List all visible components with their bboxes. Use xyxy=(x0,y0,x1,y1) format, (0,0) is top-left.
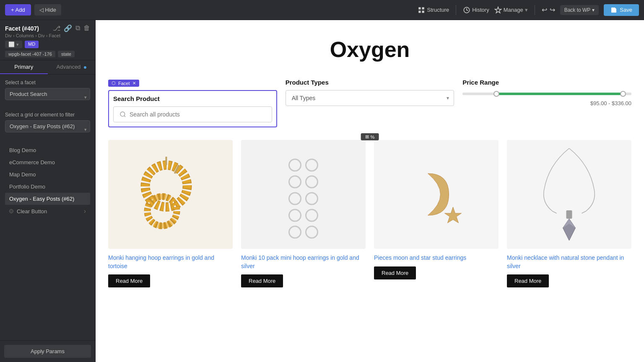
manage-chevron-icon: ▾ xyxy=(525,7,528,13)
save-button[interactable]: Save xyxy=(604,4,639,16)
grid-field-label: Select a grid or element to filter xyxy=(5,112,90,118)
nav-item-map[interactable]: Map Demo xyxy=(5,168,90,181)
svg-point-22 xyxy=(306,226,318,238)
range-thumb-left[interactable] xyxy=(493,91,499,97)
product-types-select[interactable]: All Types xyxy=(286,90,454,106)
facet-tag-close-icon[interactable]: ✕ xyxy=(132,81,136,85)
sidebar-link-icon[interactable]: 🔗 xyxy=(64,24,72,32)
top-bar-right: Structure History Manage ▾ ↩ ↪ Back to W… xyxy=(418,4,639,16)
product-card-3: Pieces moon and star stud earrings Read … xyxy=(374,140,499,287)
undo-button[interactable]: ↩ xyxy=(542,6,547,14)
tag-icon: ⬜ xyxy=(8,41,15,47)
product-image-2 xyxy=(241,140,366,249)
redo-button[interactable]: ↪ xyxy=(550,6,555,14)
search-input-box xyxy=(113,106,272,122)
svg-rect-0 xyxy=(419,7,421,9)
range-thumb-right[interactable] xyxy=(620,91,626,97)
divider2 xyxy=(535,5,535,15)
canvas: Oxygen ⬡ Facet ✕ Search Product xyxy=(96,20,644,362)
sidebar-share-icon[interactable]: ⎇ xyxy=(53,24,60,32)
grid-select-wrap: Oxygen - Easy Posts (#62) ▾ xyxy=(5,120,90,138)
svg-line-6 xyxy=(124,116,125,117)
product-types-box: Product Types All Types ▾ xyxy=(286,79,454,106)
price-range-label: Price Range xyxy=(462,79,631,86)
top-bar: + Add ◁ Hide Structure History Manage ▾ … xyxy=(0,0,644,20)
apply-params-section: Apply Params xyxy=(0,340,95,362)
main-layout: Facet (#407) ⎇ 🔗 ⧉ 🗑 Div › Columns › Div… xyxy=(0,20,644,362)
sidebar-title: Facet (#407) xyxy=(5,25,39,32)
svg-point-21 xyxy=(289,226,301,238)
read-more-btn-2[interactable]: Read More xyxy=(241,274,283,287)
sidebar-tags: ⬜ ▾ MD wpgb-facet -407 -176 state xyxy=(5,41,90,57)
facet-field-label: Select a facet xyxy=(5,80,90,85)
product-card-1: Monki hanging hoop earrings in gold and … xyxy=(108,140,233,287)
svg-point-15 xyxy=(289,176,301,188)
state-tag[interactable]: state xyxy=(58,51,75,57)
product-image-1 xyxy=(108,140,233,249)
facet-tag-icon: ⬡ xyxy=(112,80,116,86)
facet-select-wrap: Product Search ▾ xyxy=(5,88,90,106)
sidebar-tabs: Primary Advanced xyxy=(0,60,95,75)
read-more-btn-1[interactable]: Read More xyxy=(108,274,150,287)
sidebar-breadcrumb: Div › Columns › Div › Facet xyxy=(5,33,90,38)
svg-rect-24 xyxy=(566,210,572,219)
product-image-3 xyxy=(374,140,499,249)
svg-rect-1 xyxy=(422,7,424,9)
svg-point-19 xyxy=(289,209,301,221)
svg-rect-2 xyxy=(419,10,421,13)
clear-button-chevron-icon: › xyxy=(84,207,86,215)
product-name-1: Monki hanging hoop earrings in gold and … xyxy=(108,254,233,270)
advanced-dot xyxy=(84,66,86,69)
nav-list: Blog Demo eCommerce Demo Map Demo Portfo… xyxy=(5,144,90,205)
undo-redo-group: ↩ ↪ xyxy=(542,6,555,14)
search-input[interactable] xyxy=(130,111,266,118)
facet-tag-badge[interactable]: ⬡ Facet ✕ xyxy=(108,80,139,87)
clear-button-row[interactable]: Clear Button › xyxy=(5,205,90,217)
product-name-4: Monki necklace with natural stone pendan… xyxy=(507,254,631,270)
search-facet-label: Search Product xyxy=(113,95,272,102)
back-to-wp-button[interactable]: Back to WP ▾ xyxy=(560,5,599,15)
sidebar: Facet (#407) ⎇ 🔗 ⧉ 🗑 Div › Columns › Div… xyxy=(0,20,96,362)
product-types-label: Product Types xyxy=(286,79,454,86)
hide-button[interactable]: ◁ Hide xyxy=(34,4,61,16)
sidebar-delete-icon[interactable]: 🗑 xyxy=(83,24,90,32)
sidebar-copy-icon[interactable]: ⧉ xyxy=(75,24,80,32)
facet-select[interactable]: Product Search xyxy=(5,88,90,100)
nav-item-blog[interactable]: Blog Demo xyxy=(5,144,90,156)
md-tag[interactable]: MD xyxy=(25,41,39,48)
price-range-text: $95.00 - $336.00 xyxy=(462,100,631,106)
apply-params-button[interactable]: Apply Params xyxy=(4,345,91,358)
tab-primary[interactable]: Primary xyxy=(0,60,48,74)
svg-point-20 xyxy=(306,209,318,221)
read-more-btn-4[interactable]: Read More xyxy=(507,274,549,287)
range-track xyxy=(462,93,631,95)
read-more-btn-3[interactable]: Read More xyxy=(374,266,416,279)
manage-btn[interactable]: Manage ▾ xyxy=(494,6,528,14)
svg-point-16 xyxy=(306,176,318,188)
tab-advanced[interactable]: Advanced xyxy=(48,60,96,74)
clear-dot-icon xyxy=(9,209,13,213)
grid-tag-badge: ⊞ % xyxy=(361,133,379,140)
product-name-2: Monki 10 pack mini hoop earrings in gold… xyxy=(241,254,366,270)
product-name-3: Pieces moon and star stud earrings xyxy=(374,254,499,262)
product-grid: ⊞ % Monki hanging hoop earrings xyxy=(108,140,631,287)
svg-rect-3 xyxy=(422,10,424,13)
add-button[interactable]: + Add xyxy=(5,4,31,16)
search-icon xyxy=(119,111,126,118)
svg-point-18 xyxy=(306,193,318,204)
nav-item-ecommerce[interactable]: eCommerce Demo xyxy=(5,156,90,168)
grid-select[interactable]: Oxygen - Easy Posts (#62) xyxy=(5,120,90,132)
history-btn[interactable]: History xyxy=(463,6,489,14)
sidebar-header: Facet (#407) ⎇ 🔗 ⧉ 🗑 Div › Columns › Div… xyxy=(0,20,95,60)
svg-point-17 xyxy=(289,193,301,204)
nav-item-portfolio[interactable]: Portfolio Demo xyxy=(5,181,90,193)
svg-marker-23 xyxy=(445,207,462,223)
tag-dropdown-icon[interactable]: ▾ xyxy=(16,42,19,47)
facets-row: ⬡ Facet ✕ Search Product Product Typ xyxy=(108,79,631,127)
structure-btn[interactable]: Structure xyxy=(418,6,449,14)
price-range-box: Price Range $95.00 - $336.00 xyxy=(462,79,631,106)
canvas-title: Oxygen xyxy=(108,37,631,62)
wpgb-tag[interactable]: wpgb-facet -407 -176 xyxy=(5,51,55,57)
svg-point-5 xyxy=(120,112,125,116)
nav-item-oxygen[interactable]: Oxygen - Easy Posts (#62) xyxy=(5,193,90,205)
